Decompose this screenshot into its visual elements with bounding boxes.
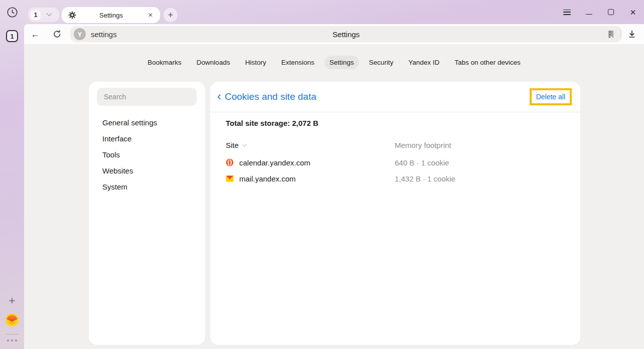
maximize-icon[interactable] [605, 6, 617, 18]
site-name[interactable]: mail.yandex.com [239, 174, 296, 183]
gear-icon [68, 11, 76, 19]
history-clock-icon[interactable] [6, 6, 18, 18]
browser-tab-settings[interactable]: Settings ✕ [62, 7, 160, 23]
cookies-panel: ‹ Cookies and site data Delete all Total… [210, 82, 580, 345]
search-input[interactable] [97, 88, 197, 106]
nav-history[interactable]: History [240, 56, 271, 69]
rail-more-icon[interactable] [6, 338, 18, 343]
sidebar-item-system[interactable]: System [89, 179, 205, 195]
settings-top-nav: Bookmarks Downloads History Extensions S… [24, 56, 644, 69]
nav-settings[interactable]: Settings [325, 56, 359, 69]
nav-security[interactable]: Security [364, 56, 399, 69]
site-name[interactable]: calendar.yandex.com [239, 158, 310, 167]
table-row: mail.yandex.com 1,432 B · 1 cookie [226, 170, 565, 187]
settings-section-list: General settings Interface Tools Website… [89, 114, 205, 195]
tab-close-icon[interactable]: ✕ [146, 11, 155, 20]
nav-extensions[interactable]: Extensions [276, 56, 319, 69]
settings-page: Bookmarks Downloads History Extensions S… [24, 44, 644, 349]
rail-add-icon[interactable]: + [6, 295, 18, 307]
sidebar-item-websites[interactable]: Websites [89, 162, 205, 179]
tab-group-count-badge[interactable]: 1 [30, 10, 41, 21]
yandex-favicon: Y [74, 28, 86, 40]
back-chevron-icon[interactable]: ‹ [217, 90, 221, 102]
nav-tabs-other-devices[interactable]: Tabs on other devices [449, 56, 525, 69]
workspace-1-button[interactable]: 1 [6, 30, 18, 42]
window-controls: ✕ [561, 6, 639, 19]
calendar-favicon [226, 158, 234, 166]
nav-yandex-id[interactable]: Yandex ID [403, 56, 444, 69]
settings-sidebar: General settings Interface Tools Website… [89, 82, 205, 345]
nav-downloads[interactable]: Downloads [192, 56, 235, 69]
memory-cell: 640 B · 1 cookie [395, 154, 449, 170]
address-bar: ← Y settings Settings ⋮ [24, 24, 644, 44]
panel-title[interactable]: Cookies and site data [225, 91, 316, 102]
page-title: Settings [70, 30, 622, 39]
side-rail: 1 + [0, 24, 24, 349]
delete-all-button[interactable]: Delete all [536, 93, 565, 101]
sidebar-item-interface[interactable]: Interface [89, 130, 205, 146]
sidebar-item-general-settings[interactable]: General settings [89, 114, 205, 130]
minimize-icon[interactable] [583, 6, 595, 18]
sort-chevron-icon [242, 142, 247, 147]
reload-icon[interactable] [51, 28, 63, 40]
new-tab-button[interactable]: + [164, 8, 178, 22]
browser-menu-icon[interactable] [561, 6, 573, 18]
tab-title: Settings [76, 12, 146, 19]
url-text[interactable]: settings [91, 30, 117, 39]
kebab-menu-icon[interactable]: ⋮ [604, 28, 616, 40]
close-icon[interactable]: ✕ [627, 6, 639, 18]
yandex-mail-icon[interactable] [6, 313, 19, 326]
back-icon[interactable]: ← [29, 28, 41, 40]
site-cell: mail.yandex.com [226, 170, 296, 187]
panel-header: ‹ Cookies and site data Delete all [210, 82, 580, 112]
search-box [97, 88, 197, 106]
sidebar-item-tools[interactable]: Tools [89, 146, 205, 162]
toolbar-divider [620, 29, 621, 39]
memory-column-header[interactable]: Memory footprint [395, 141, 451, 149]
total-storage-text: Total site storage: 2,072 B [226, 119, 318, 127]
table-row: calendar.yandex.com 640 B · 1 cookie [226, 154, 565, 170]
table-header: Site Memory footprint [226, 141, 565, 152]
rail-divider [6, 334, 18, 334]
tab-group-chip[interactable]: 1 [28, 8, 59, 22]
site-column-header[interactable]: Site [226, 141, 246, 149]
mail-favicon [226, 175, 234, 183]
chevron-down-icon [46, 11, 52, 16]
memory-cell: 1,432 B · 1 cookie [395, 170, 455, 187]
site-cell: calendar.yandex.com [226, 154, 310, 170]
nav-bookmarks[interactable]: Bookmarks [142, 56, 187, 69]
download-icon[interactable] [626, 28, 638, 40]
delete-all-highlight: Delete all [530, 88, 572, 105]
url-field[interactable]: Y settings Settings [70, 26, 622, 42]
site-header-label: Site [226, 141, 239, 149]
tab-bar: 1 Settings ✕ + [0, 0, 644, 24]
